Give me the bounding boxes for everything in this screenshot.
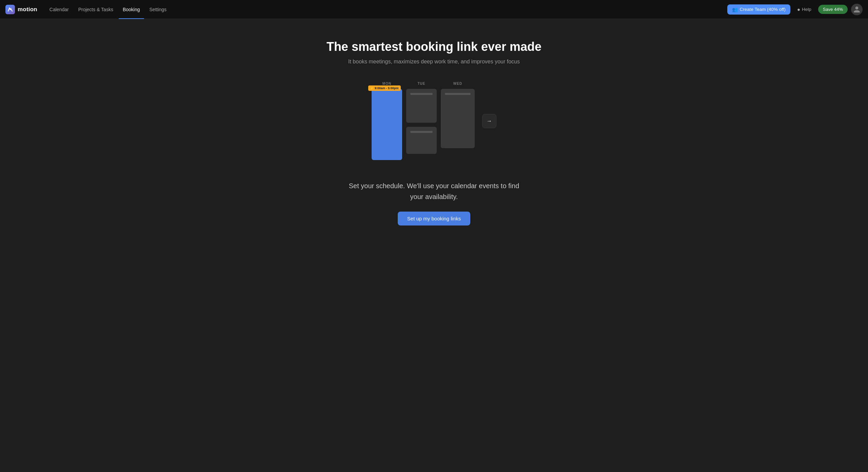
cal-tue-label: TUE — [418, 82, 426, 85]
setup-booking-button[interactable]: Set up my booking links — [398, 212, 470, 225]
avatar-icon — [853, 6, 861, 13]
help-icon: ● — [797, 6, 800, 12]
nav-booking[interactable]: Booking — [119, 5, 144, 14]
cal-mon-block: 9:00am - 5:00pm — [372, 89, 402, 160]
nav-links: Calendar Projects & Tasks Booking Settin… — [45, 5, 727, 14]
hero-subtitle: It books meetings, maximizes deep work t… — [348, 59, 520, 65]
avatar-button[interactable] — [851, 4, 863, 15]
cal-tue-block-2 — [406, 127, 437, 154]
create-team-label: Create Team (40% off) — [740, 7, 786, 12]
time-chip: 9:00am - 5:00pm — [368, 85, 401, 91]
cal-wed-col — [441, 89, 475, 148]
cal-wed-block-1 — [441, 89, 475, 148]
hero-title: The smartest booking link ever made — [327, 39, 541, 54]
cal-day-wed: WED — [441, 82, 475, 148]
cal-day-mon: MON 9:00am - 5:00pm — [372, 82, 402, 160]
cal-tue-block-1 — [406, 89, 437, 123]
next-arrow-button[interactable]: → — [482, 114, 496, 128]
arrow-right-icon: → — [487, 118, 492, 124]
calendar-illustration: MON 9:00am - 5:00pm TUE WED → — [372, 82, 496, 160]
bottom-section: Set your schedule. We'll use your calend… — [346, 180, 522, 225]
help-button[interactable]: ● Help — [794, 4, 815, 14]
nav-projects-tasks[interactable]: Projects & Tasks — [74, 5, 117, 14]
cal-tue-col — [406, 89, 437, 154]
logo-icon — [5, 5, 15, 14]
create-team-button[interactable]: 👥 Create Team (40% off) — [727, 4, 790, 15]
nav-calendar[interactable]: Calendar — [45, 5, 73, 14]
cal-day-tue: TUE — [406, 82, 437, 154]
nav-right: 👥 Create Team (40% off) ● Help Save 44% — [727, 4, 863, 15]
logo-area[interactable]: motion — [5, 5, 37, 14]
bottom-text: Set your schedule. We'll use your calend… — [346, 180, 522, 202]
navbar: motion Calendar Projects & Tasks Booking… — [0, 0, 868, 19]
nav-settings[interactable]: Settings — [145, 5, 171, 14]
cal-wed-label: WED — [453, 82, 462, 85]
cal-mon-label: MON — [382, 82, 391, 85]
main-content: The smartest booking link ever made It b… — [0, 19, 868, 253]
help-label: Help — [802, 7, 811, 12]
team-icon: 👥 — [732, 7, 738, 12]
save-button[interactable]: Save 44% — [818, 5, 848, 14]
app-logo-text: motion — [18, 6, 37, 13]
